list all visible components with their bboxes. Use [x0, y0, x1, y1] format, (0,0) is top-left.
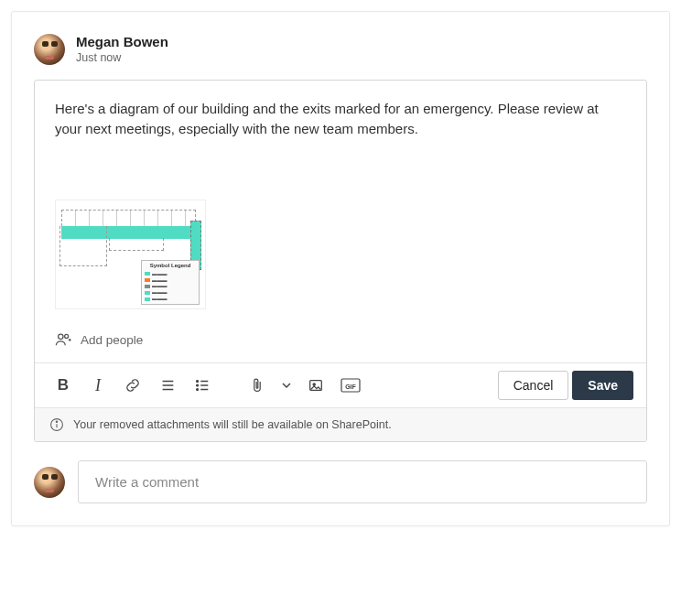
numbered-list-button[interactable] — [187, 371, 218, 400]
svg-point-17 — [56, 421, 57, 422]
bold-button[interactable]: B — [48, 371, 79, 400]
save-button[interactable]: Save — [572, 371, 633, 400]
image-button[interactable] — [300, 371, 331, 400]
svg-point-5 — [197, 381, 199, 383]
attachment-area: Symbol Legend ▬▬▬ ▬▬▬ ▬▬▬ ▬▬▬ ▬▬▬ — [35, 200, 646, 322]
svg-point-12 — [313, 384, 315, 385]
comment-row: Write a comment — [34, 460, 647, 503]
info-icon — [49, 417, 64, 432]
post-editor: Here's a diagram of our building and the… — [34, 80, 647, 442]
add-people-row[interactable]: Add people — [35, 322, 646, 362]
comment-placeholder: Write a comment — [95, 474, 199, 490]
gif-button[interactable]: GIF — [335, 371, 366, 400]
comment-input[interactable]: Write a comment — [78, 460, 647, 503]
svg-point-1 — [65, 334, 69, 338]
add-people-icon — [55, 331, 71, 348]
link-button[interactable] — [117, 371, 148, 400]
svg-text:GIF: GIF — [345, 384, 356, 390]
info-message: Your removed attachments will still be a… — [73, 418, 392, 431]
italic-button[interactable]: I — [82, 371, 114, 400]
format-toolbar: B I — [35, 362, 646, 407]
author-avatar[interactable] — [34, 34, 65, 65]
post-timestamp: Just now — [76, 51, 168, 64]
post-body-text[interactable]: Here's a diagram of our building and the… — [35, 81, 646, 200]
info-bar: Your removed attachments will still be a… — [35, 407, 646, 441]
attach-button[interactable] — [242, 371, 273, 400]
post-card: Megan Bowen Just now Here's a diagram of… — [11, 11, 670, 526]
add-people-label: Add people — [81, 333, 143, 347]
legend-title: Symbol Legend — [145, 263, 196, 270]
commenter-avatar[interactable] — [34, 467, 65, 498]
svg-point-7 — [197, 389, 199, 391]
bulleted-list-button[interactable] — [152, 371, 183, 400]
attach-dropdown[interactable] — [276, 371, 297, 400]
svg-point-0 — [59, 334, 63, 339]
author-meta: Megan Bowen Just now — [76, 34, 168, 64]
post-header: Megan Bowen Just now — [34, 34, 647, 65]
cancel-button[interactable]: Cancel — [498, 371, 569, 400]
svg-point-6 — [197, 384, 199, 386]
floorplan-attachment[interactable]: Symbol Legend ▬▬▬ ▬▬▬ ▬▬▬ ▬▬▬ ▬▬▬ — [55, 200, 206, 309]
author-name[interactable]: Megan Bowen — [76, 34, 168, 49]
